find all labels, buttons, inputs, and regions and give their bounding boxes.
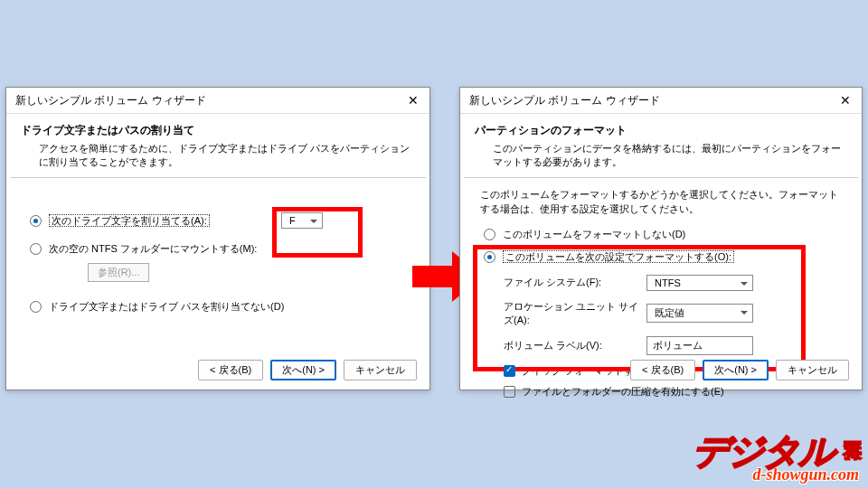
wizard-dialog-format: 新しいシンプル ボリューム ウィザード ✕ パーティションのフォーマット このパ… <box>459 87 863 390</box>
allocation-row: アロケーション ユニット サイズ(A): 既定値 <box>504 300 838 327</box>
radio-no-assign[interactable]: ドライブ文字またはドライブ パスを割り当てない(D) <box>30 300 406 314</box>
radio-assign-letter[interactable]: 次のドライブ文字を割り当てる(A): F <box>30 214 406 228</box>
radio-no-format[interactable]: このボリュームをフォーマットしない(D) <box>484 228 838 241</box>
volume-label-row: ボリューム ラベル(V): ボリューム <box>504 336 838 355</box>
titlebar: 新しいシンプル ボリューム ウィザード ✕ <box>460 88 862 114</box>
radio-icon <box>30 301 42 313</box>
watermark-logo: デジタル 大将軍 d-showgun.com <box>693 433 859 484</box>
instruction-text: このボリュームをフォーマットするかどうかを選択してください。フォーマットする場合… <box>460 178 862 228</box>
dialog-header: ドライブ文字またはパスの割り当て アクセスを簡単にするために、ドライブ文字または… <box>6 114 429 177</box>
dialog-title: 新しいシンプル ボリューム ウィザード <box>15 93 206 108</box>
radio-icon <box>30 243 42 255</box>
volume-label-input[interactable]: ボリューム <box>646 336 753 355</box>
header-desc: このパーティションにデータを格納するには、最初にパーティションをフォーマットする… <box>475 142 847 170</box>
radio-icon <box>30 215 42 227</box>
volume-label-label: ボリューム ラベル(V): <box>504 339 646 352</box>
browse-button[interactable]: 参照(R)... <box>88 263 149 282</box>
checkbox-icon <box>504 386 515 398</box>
dialog-body: 次のドライブ文字を割り当てる(A): F 次の空の NTFS フォルダーにマウン… <box>6 178 429 337</box>
dialog-title: 新しいシンプル ボリューム ウィザード <box>469 93 660 108</box>
close-button[interactable]: ✕ <box>404 91 422 109</box>
wizard-dialog-drive-letter: 新しいシンプル ボリューム ウィザード ✕ ドライブ文字またはパスの割り当て ア… <box>5 87 430 390</box>
next-button[interactable]: 次へ(N) > <box>270 360 336 380</box>
filesystem-row: ファイル システム(F): NTFS <box>504 275 838 291</box>
dialog-header: パーティションのフォーマット このパーティションにデータを格納するには、最初にパ… <box>460 114 862 177</box>
dialog-body: このボリュームをフォーマットしない(D) このボリュームを次の設定でフォーマット… <box>460 228 862 415</box>
checkbox-icon <box>504 365 515 377</box>
radio-format-with[interactable]: このボリュームを次の設定でフォーマットする(O): <box>484 250 838 264</box>
next-button[interactable]: 次へ(N) > <box>703 360 769 380</box>
filesystem-label: ファイル システム(F): <box>504 276 646 289</box>
cancel-button[interactable]: キャンセル <box>344 360 417 380</box>
radio-icon <box>484 251 495 263</box>
radio-icon <box>484 229 495 240</box>
button-bar: < 戻る(B) 次へ(N) > キャンセル <box>630 360 849 380</box>
header-title: パーティションのフォーマット <box>475 123 847 138</box>
button-bar: < 戻る(B) 次へ(N) > キャンセル <box>198 360 417 380</box>
header-title: ドライブ文字またはパスの割り当て <box>21 123 415 138</box>
back-button[interactable]: < 戻る(B) <box>630 360 695 380</box>
drive-letter-select[interactable]: F <box>281 212 323 229</box>
radio-mount-folder[interactable]: 次の空の NTFS フォルダーにマウントする(M): <box>30 242 406 256</box>
header-desc: アクセスを簡単にするために、ドライブ文字またはドライブ パスをパーティションに割… <box>21 142 415 170</box>
logo-main: デジタル <box>693 431 834 471</box>
allocation-label: アロケーション ユニット サイズ(A): <box>504 300 646 327</box>
compress-checkbox[interactable]: ファイルとフォルダーの圧縮を有効にする(E) <box>504 385 838 399</box>
titlebar: 新しいシンプル ボリューム ウィザード ✕ <box>6 88 429 114</box>
cancel-button[interactable]: キャンセル <box>776 360 849 380</box>
back-button[interactable]: < 戻る(B) <box>198 360 263 380</box>
filesystem-select[interactable]: NTFS <box>646 275 753 291</box>
allocation-select[interactable]: 既定値 <box>646 304 753 323</box>
close-button[interactable]: ✕ <box>836 91 854 109</box>
